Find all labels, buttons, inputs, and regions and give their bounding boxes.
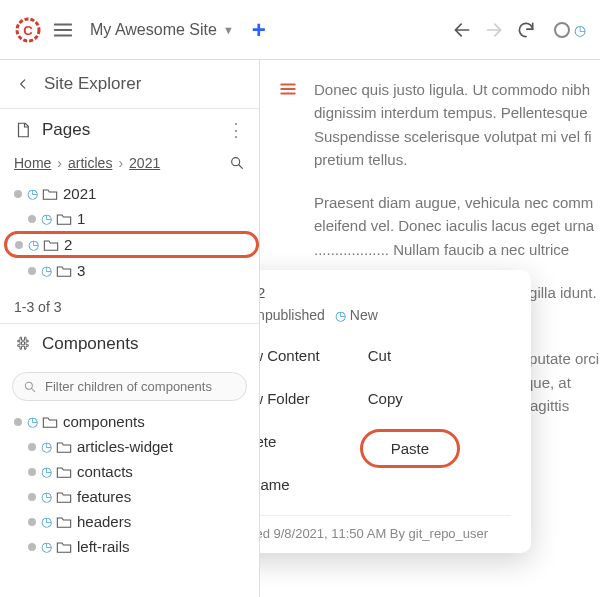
clock-icon: ◷ [41, 464, 52, 479]
status-dot-icon [15, 241, 23, 249]
folder-icon [56, 440, 72, 454]
search-icon [23, 380, 37, 394]
status-dot-icon [14, 418, 22, 426]
clock-icon: ◷ [41, 514, 52, 529]
search-icon[interactable] [229, 155, 245, 171]
crumb-2021[interactable]: 2021 [129, 155, 160, 171]
status-dot-icon [28, 493, 36, 501]
tree-label: 2 [64, 236, 72, 253]
page-icon [14, 121, 32, 139]
status-dot-icon [28, 267, 36, 275]
status-dot-icon [14, 190, 22, 198]
folder-icon [56, 212, 72, 226]
component-item[interactable]: ◷ contacts [4, 459, 259, 484]
folder-icon [43, 238, 59, 252]
menu-copy[interactable]: Copy [368, 386, 460, 411]
site-name-label: My Awesome Site [90, 21, 217, 39]
clock-icon: ◷ [41, 489, 52, 504]
tree-label: features [77, 488, 131, 505]
tree-label: left-rails [77, 538, 130, 555]
tree-folder-2021[interactable]: ◷ 2021 [4, 181, 259, 206]
clock-icon: ◷ [41, 539, 52, 554]
component-item[interactable]: ◷ headers [4, 509, 259, 534]
nav-back-button[interactable] [446, 14, 478, 46]
popover-title: 2 [260, 284, 265, 301]
folder-icon [56, 515, 72, 529]
explorer-back-icon[interactable] [16, 77, 30, 91]
tree-folder-1[interactable]: ◷ 1 [4, 206, 259, 231]
caret-down-icon: ▼ [223, 24, 234, 36]
folder-icon [56, 490, 72, 504]
menu-cut[interactable]: Cut [368, 343, 460, 368]
component-item[interactable]: ◷ components [4, 409, 259, 434]
components-section-label: Components [42, 334, 245, 354]
menu-new-folder[interactable]: New Folder [260, 386, 320, 411]
folder-icon [56, 264, 72, 278]
explorer-title: Site Explorer [44, 74, 141, 94]
menu-new-content[interactable]: New Content [260, 343, 320, 368]
tree-folder-2[interactable]: ◷ 2 [4, 231, 259, 258]
status-dot-icon [28, 543, 36, 551]
context-menu: 2 Unpublished ◷ New New Content New Fold… [260, 270, 531, 553]
menu-rename[interactable]: Rename [260, 472, 320, 497]
site-selector[interactable]: My Awesome Site ▼ [90, 21, 234, 39]
refresh-button[interactable] [510, 14, 542, 46]
clock-icon: ◷ [28, 237, 39, 252]
component-item[interactable]: ◷ left-rails [4, 534, 259, 559]
app-logo-icon: C [14, 16, 42, 44]
tree-label: headers [77, 513, 131, 530]
folder-icon [56, 540, 72, 554]
content-paragraph: Donec quis justo ligula. Ut commodo nibh… [314, 78, 600, 171]
status-dot-icon [28, 215, 36, 223]
tree-label: articles-widget [77, 438, 173, 455]
clock-icon: ◷ [41, 263, 52, 278]
content-paragraph: Praesent diam augue, vehicula nec comm e… [314, 191, 600, 261]
tree-label: components [63, 413, 145, 430]
component-icon [14, 335, 32, 353]
status-clock-icon: ◷ [574, 22, 586, 38]
crumb-articles[interactable]: articles [68, 155, 112, 171]
menu-delete[interactable]: Delete [260, 429, 320, 454]
pages-more-icon[interactable]: ⋮ [227, 119, 245, 141]
nav-forward-button [478, 14, 510, 46]
chevron-right-icon: › [118, 155, 123, 171]
clock-icon: ◷ [41, 439, 52, 454]
tree-label: 2021 [63, 185, 96, 202]
status-dot-icon [28, 518, 36, 526]
status-ring-icon [554, 22, 570, 38]
status-unpublished: Unpublished [260, 307, 325, 323]
menu-paste[interactable]: Paste [360, 429, 460, 468]
main-menu-icon[interactable] [52, 19, 74, 41]
status-dot-icon [28, 443, 36, 451]
add-button[interactable]: + [252, 16, 266, 44]
tree-label: contacts [77, 463, 133, 480]
svg-text:C: C [23, 23, 33, 38]
tree-label: 3 [77, 262, 85, 279]
status-dot-icon [28, 468, 36, 476]
clock-icon: ◷ [41, 211, 52, 226]
svg-point-3 [25, 382, 32, 389]
tree-folder-3[interactable]: ◷ 3 [4, 258, 259, 283]
tree-label: 1 [77, 210, 85, 227]
folder-icon [56, 465, 72, 479]
filter-input-wrapper[interactable] [12, 372, 247, 401]
filter-input[interactable] [45, 379, 236, 394]
folder-icon [42, 415, 58, 429]
svg-point-2 [232, 158, 240, 166]
chevron-right-icon: › [57, 155, 62, 171]
crumb-home[interactable]: Home [14, 155, 51, 171]
popover-footer: Edited 9/8/2021, 11:50 AM By git_repo_us… [260, 515, 511, 541]
clock-icon: ◷ [27, 414, 38, 429]
tree-count: 1-3 of 3 [0, 291, 259, 323]
component-item[interactable]: ◷ features [4, 484, 259, 509]
status-new: New [350, 307, 378, 323]
component-item[interactable]: ◷ articles-widget [4, 434, 259, 459]
folder-icon [42, 187, 58, 201]
pages-section-label: Pages [42, 120, 227, 140]
breadcrumb: Home › articles › 2021 [0, 151, 259, 181]
clock-icon: ◷ [27, 186, 38, 201]
clock-icon: ◷ [335, 308, 346, 323]
